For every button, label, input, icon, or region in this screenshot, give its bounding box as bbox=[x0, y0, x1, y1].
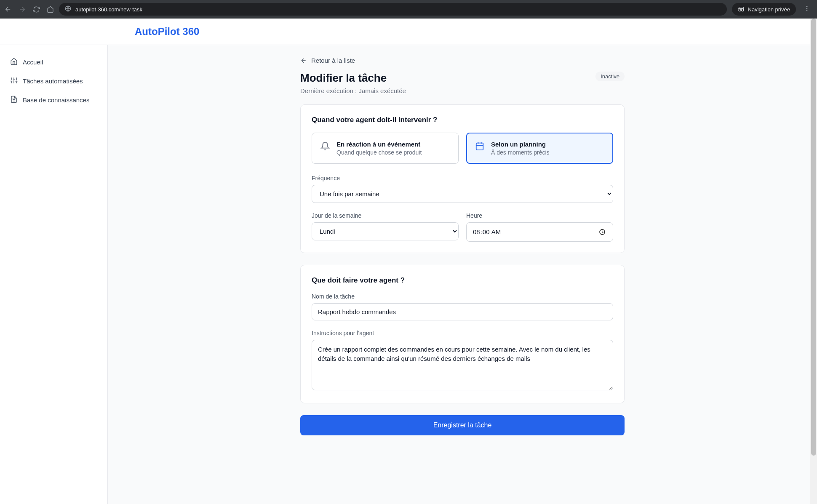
trigger-option-event[interactable]: En réaction à un événement Quand quelque… bbox=[312, 133, 459, 164]
file-icon bbox=[10, 96, 18, 104]
task-name-input[interactable] bbox=[312, 303, 613, 320]
task-card-title: Que doit faire votre agent ? bbox=[312, 276, 613, 285]
sidebar-item-label: Base de connaissances bbox=[23, 96, 89, 104]
trigger-option-title: Selon un planning bbox=[491, 141, 550, 148]
frequency-select[interactable]: Une fois par semaine bbox=[312, 185, 613, 203]
svg-point-1 bbox=[739, 9, 741, 11]
trigger-option-subtitle: À des moments précis bbox=[491, 149, 550, 156]
sidebar: Accueil Tâches automatisées Base de conn… bbox=[0, 45, 108, 504]
app-header: AutoPilot 360 bbox=[0, 19, 817, 45]
instructions-label: Instructions pour l'agent bbox=[312, 330, 613, 336]
incognito-icon bbox=[738, 6, 745, 13]
incognito-label: Navigation privée bbox=[748, 6, 790, 13]
status-badge: Inactive bbox=[595, 72, 625, 81]
app-logo[interactable]: AutoPilot 360 bbox=[135, 26, 199, 37]
sidebar-item-label: Tâches automatisées bbox=[23, 77, 83, 85]
globe-icon bbox=[65, 5, 71, 13]
trigger-option-subtitle: Quand quelque chose se produit bbox=[336, 149, 422, 156]
trigger-option-title: En réaction à un événement bbox=[336, 141, 422, 148]
task-name-label: Nom de la tâche bbox=[312, 293, 613, 300]
bell-icon bbox=[320, 141, 330, 152]
svg-rect-15 bbox=[476, 143, 483, 150]
time-label: Heure bbox=[466, 212, 613, 219]
instructions-textarea[interactable] bbox=[312, 340, 613, 390]
day-label: Jour de la semaine bbox=[312, 212, 459, 219]
back-link[interactable]: Retour à la liste bbox=[300, 57, 355, 64]
browser-menu-icon[interactable] bbox=[801, 5, 813, 13]
frequency-label: Fréquence bbox=[312, 175, 613, 181]
sidebar-item-tasks[interactable]: Tâches automatisées bbox=[4, 72, 103, 91]
incognito-badge[interactable]: Navigation privée bbox=[732, 3, 796, 16]
home-icon[interactable] bbox=[47, 6, 54, 13]
sidebar-item-knowledge[interactable]: Base de connaissances bbox=[4, 91, 103, 109]
trigger-card-title: Quand votre agent doit-il intervenir ? bbox=[312, 116, 613, 124]
home-icon bbox=[10, 58, 18, 67]
svg-point-5 bbox=[806, 10, 808, 11]
save-button[interactable]: Enregistrer la tâche bbox=[300, 415, 625, 435]
calendar-icon bbox=[475, 141, 484, 152]
reload-icon[interactable] bbox=[33, 6, 40, 13]
scrollbar[interactable] bbox=[810, 19, 817, 504]
svg-point-4 bbox=[806, 8, 808, 9]
main-content: Retour à la liste Modifier la tâche Dern… bbox=[108, 45, 817, 504]
trigger-option-schedule[interactable]: Selon un planning À des moments précis bbox=[466, 133, 613, 164]
day-select[interactable]: Lundi bbox=[312, 222, 459, 240]
trigger-card: Quand votre agent doit-il intervenir ? E… bbox=[300, 104, 625, 253]
sidebar-item-home[interactable]: Accueil bbox=[4, 53, 103, 72]
back-label: Retour à la liste bbox=[311, 57, 355, 64]
page-title: Modifier la tâche bbox=[300, 72, 406, 85]
forward-icon[interactable] bbox=[19, 5, 26, 13]
task-card: Que doit faire votre agent ? Nom de la t… bbox=[300, 265, 625, 403]
svg-point-2 bbox=[741, 9, 743, 11]
address-bar[interactable]: autopilot-360.com/new-task bbox=[59, 3, 727, 16]
sliders-icon bbox=[10, 77, 18, 85]
scrollbar-thumb[interactable] bbox=[811, 19, 816, 456]
time-input[interactable] bbox=[466, 222, 613, 242]
back-icon[interactable] bbox=[4, 5, 12, 13]
sidebar-item-label: Accueil bbox=[23, 59, 43, 66]
arrow-left-icon bbox=[300, 57, 307, 64]
browser-chrome: autopilot-360.com/new-task Navigation pr… bbox=[0, 0, 817, 19]
url-text: autopilot-360.com/new-task bbox=[75, 6, 142, 13]
svg-point-3 bbox=[806, 6, 808, 7]
page-subtitle: Dernière exécution : Jamais exécutée bbox=[300, 87, 406, 94]
